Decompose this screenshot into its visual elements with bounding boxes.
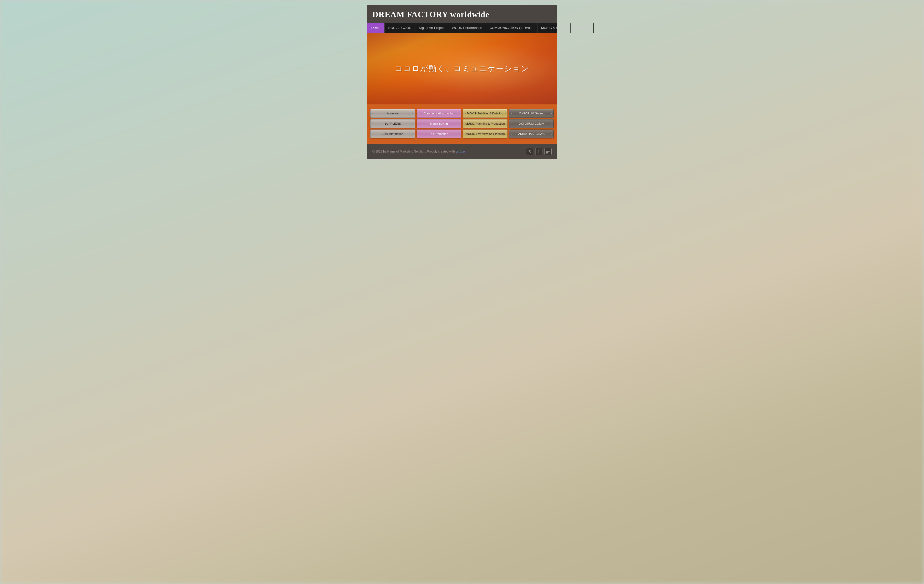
btn-about-us[interactable]: About us — [370, 109, 415, 118]
btn-communication-planing[interactable]: Communication planing — [417, 109, 462, 118]
btn-music-live[interactable]: MUSIC Live Viewing Planning — [463, 130, 508, 138]
nav-item-music-movie[interactable]: MUSIC & MOVIE — [538, 23, 571, 33]
btn-dkforum-series[interactable]: DKFORUM Series — [509, 109, 554, 118]
btn-suppliers[interactable]: SUPPLIERS — [370, 119, 415, 128]
nav-item-contact[interactable]: CONTACT — [571, 23, 594, 33]
buttons-grid: About us Communication planing MOVIE Sub… — [370, 109, 554, 138]
grid-section: About us Communication planing MOVIE Sub… — [367, 104, 557, 144]
nav-item-work-performance[interactable]: WORK Performance — [448, 23, 486, 33]
btn-akira-hasegawa[interactable]: AKIRA HASEGAWA — [509, 130, 554, 138]
btn-job-information[interactable]: JOB Information — [370, 130, 415, 138]
site-nav: HOME SOCIAL GOOD Digital Art Project WOR… — [367, 23, 557, 33]
btn-media-buying[interactable]: Media Buying — [417, 119, 462, 128]
twitter-icon[interactable]: 𝕏 — [526, 148, 533, 155]
btn-movie-subtitles[interactable]: MOVIE Subtitles & Dubbing — [463, 109, 508, 118]
nav-item-social-good[interactable]: SOCIAL GOOD — [384, 23, 416, 33]
footer-wix-link[interactable]: Wix.com — [455, 150, 467, 153]
footer-copyright: © 2023 by Name of Marketing Solution. Pr… — [372, 150, 467, 153]
site-wrapper: DREAM FACTORY worldwide HOME SOCIAL GOOD… — [367, 5, 557, 159]
google-plus-icon[interactable]: g+ — [544, 148, 552, 155]
site-header: DREAM FACTORY worldwide — [367, 5, 557, 23]
hero-section: ココロが動く、コミュニケーション — [367, 33, 557, 104]
facebook-icon[interactable]: f — [535, 148, 543, 155]
btn-dkforum-gallery[interactable]: DKFORUM Gallery — [509, 119, 554, 128]
btn-music-planning[interactable]: MUSIC Planning & Production — [463, 119, 508, 128]
nav-item-home[interactable]: HOME — [367, 23, 384, 33]
nav-item-communication-service[interactable]: COMMUNICATION SERVICE — [486, 23, 538, 33]
site-title: DREAM FACTORY worldwide — [372, 10, 552, 19]
site-footer: © 2023 by Name of Marketing Solution. Pr… — [367, 144, 557, 159]
btn-pr-promotion[interactable]: PR Promotion — [417, 130, 462, 138]
social-icons: 𝕏 f g+ — [526, 148, 552, 155]
hero-text: ココロが動く、コミュニケーション — [395, 64, 530, 74]
nav-item-digital-art[interactable]: Digital Art Project — [416, 23, 449, 33]
